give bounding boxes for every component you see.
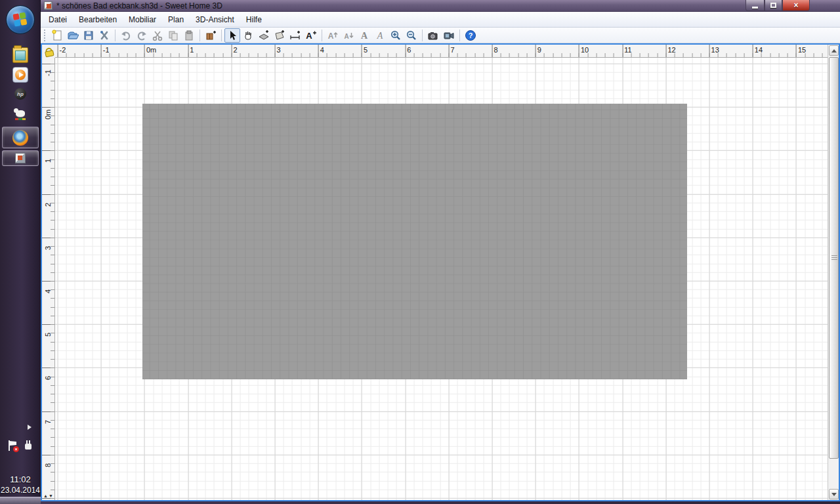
left-ruler[interactable]: -10m123456789 bbox=[42, 58, 55, 500]
maximize-button[interactable] bbox=[765, 0, 782, 11]
firefox-icon bbox=[12, 130, 28, 146]
zoom-in-button[interactable] bbox=[388, 28, 404, 43]
toolbar-separator bbox=[115, 30, 116, 41]
toolbar-separator bbox=[221, 30, 222, 41]
ruler-label: 13 bbox=[711, 46, 719, 54]
apartment-floor: able="false"/> bbox=[142, 104, 687, 379]
title-bar[interactable]: * schönes Bad eckbank.sh3d - Sweet Home … bbox=[41, 0, 840, 12]
select-button[interactable] bbox=[224, 28, 240, 43]
top-ruler[interactable]: -2-10m123456789101112131415 bbox=[55, 45, 828, 58]
ruler-label: -1 bbox=[103, 46, 110, 54]
ruler-label: 5 bbox=[44, 333, 52, 337]
undo-button[interactable] bbox=[118, 28, 134, 43]
system-tray: × 11:02 23.04.2014 bbox=[0, 474, 41, 495]
close-button[interactable]: × bbox=[782, 0, 810, 11]
add-furniture-button[interactable] bbox=[203, 28, 219, 43]
hp-icon[interactable]: hp bbox=[14, 88, 26, 100]
tray-expand-icon[interactable] bbox=[28, 425, 32, 430]
game-icon[interactable] bbox=[14, 107, 27, 120]
menu-plan[interactable]: Plan bbox=[162, 13, 190, 26]
ruler-label: 11 bbox=[624, 46, 631, 54]
menu-mobiliar[interactable]: Mobiliar bbox=[123, 13, 162, 26]
create-rooms-button[interactable] bbox=[272, 28, 287, 43]
menu-datei[interactable]: Datei bbox=[43, 13, 73, 26]
ruler-label: 7 bbox=[44, 419, 52, 423]
open-file-button[interactable] bbox=[65, 28, 81, 43]
toolbar-separator bbox=[422, 30, 423, 41]
ruler-corner bbox=[42, 45, 55, 58]
svg-text:A: A bbox=[328, 32, 334, 41]
redo-button[interactable] bbox=[134, 28, 150, 43]
ruler-label: -2 bbox=[60, 46, 66, 54]
ruler-label: 5 bbox=[364, 46, 368, 54]
lock-icon[interactable] bbox=[42, 45, 55, 58]
toolbar-separator bbox=[459, 30, 460, 41]
paste-button[interactable] bbox=[181, 28, 197, 43]
preferences-button[interactable] bbox=[96, 28, 112, 43]
ruler-label: 9 bbox=[537, 46, 541, 54]
ruler-label: 14 bbox=[755, 46, 763, 54]
ruler-label: 12 bbox=[667, 46, 675, 54]
media-player-icon[interactable] bbox=[12, 67, 28, 83]
svg-text:A: A bbox=[306, 31, 312, 41]
ruler-label: 0m bbox=[146, 46, 156, 54]
sweet-home-3d-taskbar-button[interactable] bbox=[2, 150, 39, 166]
create-walls-button[interactable] bbox=[256, 28, 272, 43]
pan-button[interactable] bbox=[240, 28, 256, 43]
clock-time[interactable]: 11:02 bbox=[0, 474, 41, 485]
toolbar: AAAAA? bbox=[41, 28, 840, 43]
increase-text-size-button[interactable]: A bbox=[325, 28, 341, 43]
ruler-label: 15 bbox=[798, 46, 806, 54]
menu-bar: Datei Bearbeiten Mobiliar Plan 3D-Ansich… bbox=[41, 12, 840, 28]
scroll-up-icon[interactable] bbox=[829, 45, 839, 56]
scroll-down-icon[interactable] bbox=[829, 489, 839, 499]
add-text-button[interactable]: A bbox=[303, 28, 319, 43]
ruler-label: 6 bbox=[407, 46, 411, 54]
ruler-label: 3 bbox=[277, 46, 281, 54]
ruler-label: 3 bbox=[44, 246, 52, 250]
menu-hilfe[interactable]: Hilfe bbox=[240, 13, 268, 26]
save-file-button[interactable] bbox=[81, 28, 96, 43]
bold-button[interactable]: A bbox=[356, 28, 372, 43]
decrease-text-size-button[interactable]: A bbox=[341, 28, 356, 43]
show-desktop-button[interactable] bbox=[0, 497, 41, 504]
ruler-label: 1 bbox=[44, 159, 52, 163]
plan-canvas[interactable]: able="false"/> bbox=[55, 58, 828, 500]
menu-bearbeiten[interactable]: Bearbeiten bbox=[73, 13, 123, 26]
zoom-out-button[interactable] bbox=[404, 28, 419, 43]
new-file-button[interactable] bbox=[49, 28, 65, 43]
action-center-icon[interactable]: × bbox=[8, 440, 17, 451]
cut-button[interactable] bbox=[150, 28, 165, 43]
app-icon bbox=[44, 1, 52, 10]
photo-button[interactable] bbox=[425, 28, 441, 43]
ruler-label: 2 bbox=[44, 202, 52, 206]
power-icon[interactable] bbox=[24, 440, 33, 451]
ruler-label: 4 bbox=[44, 289, 52, 293]
menu-3d-ansicht[interactable]: 3D-Ansicht bbox=[190, 13, 240, 26]
scrollbar-thumb[interactable] bbox=[829, 57, 839, 459]
video-button[interactable] bbox=[441, 28, 457, 43]
ruler-label: 1 bbox=[190, 46, 194, 54]
copy-button[interactable] bbox=[165, 28, 181, 43]
ruler-label: -1 bbox=[44, 70, 52, 76]
ruler-label: 2 bbox=[233, 46, 237, 54]
firefox-taskbar-button[interactable] bbox=[2, 127, 39, 148]
plan-panel: -2-10m123456789101112131415 -10m12345678… bbox=[41, 43, 840, 501]
italic-button[interactable]: A bbox=[372, 28, 388, 43]
windows-explorer-icon[interactable] bbox=[12, 47, 28, 63]
help-button[interactable]: ? bbox=[463, 28, 478, 43]
create-dimensions-button[interactable] bbox=[287, 28, 303, 43]
svg-text:A: A bbox=[377, 31, 383, 41]
ruler-label: 6 bbox=[44, 376, 52, 380]
sweet-home-3d-window: * schönes Bad eckbank.sh3d - Sweet Home … bbox=[41, 0, 840, 504]
start-button[interactable] bbox=[6, 5, 35, 34]
ruler-label: 4 bbox=[320, 46, 324, 54]
toolbar-separator bbox=[200, 30, 200, 41]
ruler-scroll-arrows[interactable]: ▲▼ bbox=[43, 494, 54, 498]
minimize-button[interactable] bbox=[746, 0, 765, 11]
vertical-scrollbar[interactable] bbox=[828, 45, 839, 500]
ruler-label: 7 bbox=[450, 46, 454, 54]
windows-logo-icon bbox=[12, 12, 28, 27]
clock-date[interactable]: 23.04.2014 bbox=[0, 485, 41, 495]
svg-text:?: ? bbox=[469, 32, 473, 39]
